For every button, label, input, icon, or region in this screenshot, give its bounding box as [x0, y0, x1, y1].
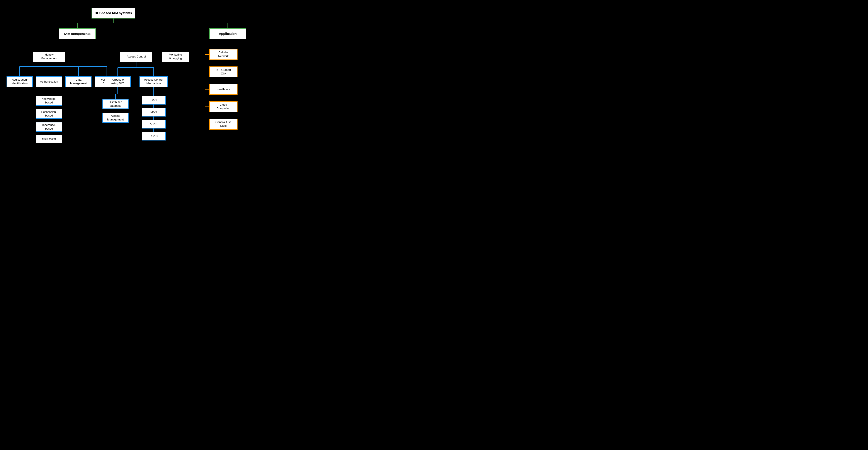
iam-components-node: IAM components [59, 28, 96, 39]
root-node: DLT-based IAM systems [92, 8, 135, 19]
access-control-node: Access Control [120, 51, 153, 62]
cellular-network-node: CellularNetwork [209, 49, 238, 60]
access-control-mechanism-node: Access ControlMechanism [140, 76, 168, 87]
general-use-case-node: General UseCase [209, 119, 238, 130]
distributed-database-node: Distributeddatabase [102, 99, 129, 109]
application-node: Application [209, 28, 246, 39]
mac-node: MAC [142, 108, 166, 117]
inherence-based-node: Inherence-based [36, 122, 62, 132]
data-management-node: DataManagement [65, 76, 92, 87]
access-management-node: AccessManagement [102, 113, 129, 123]
cloud-computing-node: CloudComputing [209, 101, 238, 112]
dac-node: DAC [142, 96, 166, 104]
abac-node: ABAC [142, 120, 166, 129]
registration-node: Registration/Identification [6, 76, 33, 87]
rbac-node: RBAC [142, 132, 166, 140]
identity-management-node: IdentityManagement [33, 51, 65, 62]
authentication-node: Authentication [36, 76, 62, 87]
healthcare-node: Healthcare [209, 84, 238, 95]
tree-diagram: DLT-based IAM systems IAM components App… [4, 4, 257, 144]
possession-based-node: Possession-based [36, 109, 62, 119]
purpose-dlt-node: Purpose ofusing DLT [104, 76, 131, 87]
iot-smart-city-node: IoT & SmartCity [209, 66, 238, 77]
monitoring-logging-node: Monitoring& Logging [161, 51, 190, 62]
knowledge-based-node: Knowledge-based [36, 96, 62, 106]
multi-factor-node: Multi-factor [36, 135, 62, 143]
